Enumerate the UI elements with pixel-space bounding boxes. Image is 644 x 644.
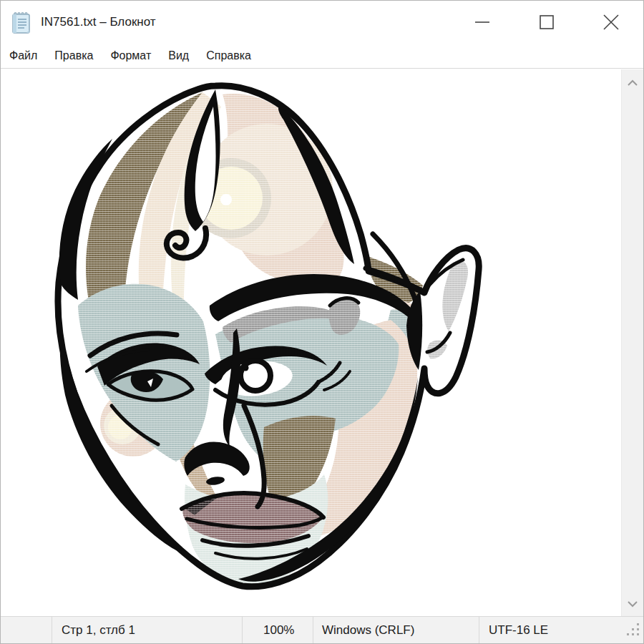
minimize-icon — [474, 14, 490, 30]
close-icon — [602, 14, 620, 31]
menu-edit[interactable]: Правка — [46, 44, 102, 68]
artwork-face — [1, 69, 622, 618]
menu-format[interactable]: Формат — [102, 44, 160, 68]
status-line-ending: Windows (CRLF) — [313, 617, 479, 643]
menubar: Файл Правка Формат Вид Справка — [1, 44, 643, 69]
window-controls — [450, 1, 643, 43]
editor-area[interactable] — [1, 69, 643, 618]
window-title: IN7561.txt – Блокнот — [41, 15, 156, 29]
chevron-up-icon — [627, 79, 638, 87]
resize-grip-icon[interactable] — [625, 622, 641, 641]
menu-view[interactable]: Вид — [160, 44, 197, 68]
titlebar[interactable]: IN7561.txt – Блокнот — [1, 1, 643, 44]
scroll-down-button[interactable] — [622, 592, 643, 616]
status-zoom-level: 100% — [242, 617, 313, 643]
notepad-icon — [11, 10, 32, 34]
chevron-down-icon — [627, 600, 638, 608]
vertical-scrollbar[interactable] — [621, 69, 643, 618]
maximize-icon — [539, 14, 555, 30]
close-button[interactable] — [579, 1, 643, 43]
notepad-window: IN7561.txt – Блокнот Файл Правка Формат … — [0, 0, 644, 644]
status-encoding: UTF-16 LE — [479, 617, 643, 643]
menu-help[interactable]: Справка — [197, 44, 260, 68]
scroll-up-button[interactable] — [622, 71, 643, 95]
status-cursor-position: Стр 1, стлб 1 — [52, 617, 242, 643]
minimize-button[interactable] — [450, 1, 514, 43]
maximize-button[interactable] — [514, 1, 579, 43]
right-eye-pupil-nick — [243, 365, 249, 371]
menu-file[interactable]: Файл — [1, 44, 46, 68]
statusbar: Стр 1, стлб 1 100% Windows (CRLF) UTF-16… — [1, 616, 643, 643]
status-spacer — [1, 617, 52, 643]
